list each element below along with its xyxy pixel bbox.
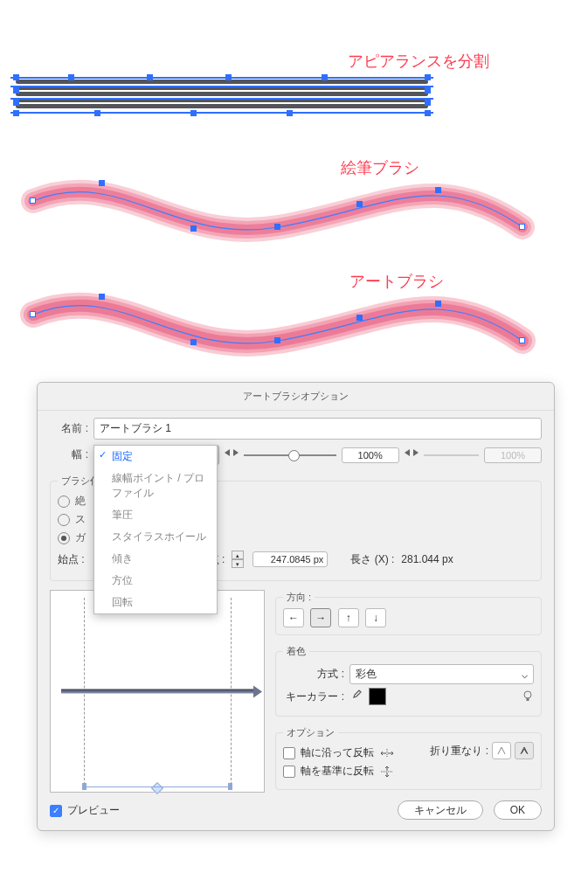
width-option-bearing[interactable]: 方位: [94, 570, 217, 592]
width-option-stylus-wheel[interactable]: スタイラスホイール: [94, 526, 217, 548]
check-icon: ✓: [99, 449, 107, 461]
width-option-pressure[interactable]: 筆圧: [94, 504, 217, 526]
width-label: 幅 :: [50, 447, 93, 462]
flip-across-checkbox[interactable]: [283, 766, 295, 778]
direction-left-button[interactable]: ←: [283, 608, 304, 627]
name-input[interactable]: アートブラシ 1: [93, 418, 542, 440]
width-slider[interactable]: [244, 454, 336, 456]
width-option-fixed[interactable]: ✓ 固定: [94, 446, 217, 468]
direction-right-button[interactable]: →: [310, 608, 331, 627]
art-brush-options-dialog: アートブラシオプション 名前 : アートブラシ 1 幅 : 固定 ⌵ ✓ 固定 …: [37, 382, 555, 831]
brush-preview: [50, 590, 265, 793]
end-input[interactable]: 247.0845 px: [252, 551, 328, 567]
flip-icon-right: [405, 449, 419, 461]
flip-along-label: 軸に沿って反転: [301, 745, 374, 760]
preview-label: プレビュー: [67, 803, 120, 818]
overlap-on-button[interactable]: [515, 742, 534, 759]
overlap-off-button[interactable]: [492, 742, 511, 759]
width-option-tilt[interactable]: 傾き: [94, 548, 217, 570]
keycolor-label: キーカラー :: [283, 689, 344, 704]
colorization-label: 着色: [283, 645, 309, 658]
overlap-label: 折り重なり :: [430, 744, 488, 759]
width-mode-dropdown: ✓ 固定 線幅ポイント / プロファイル 筆圧 スタイラスホイール 傾き 方位 …: [93, 445, 218, 614]
expanded-stroke-sample: [16, 77, 428, 116]
preview-checkbox[interactable]: [50, 805, 62, 817]
dialog-title: アートブラシオプション: [38, 383, 554, 411]
direction-up-button[interactable]: ↑: [338, 608, 359, 627]
length-value: 281.044 px: [401, 553, 453, 565]
method-label: 方式 :: [283, 667, 344, 682]
cancel-button[interactable]: キャンセル: [398, 800, 483, 820]
width-option-rotation[interactable]: 回転: [94, 592, 217, 613]
svg-rect-1: [527, 698, 529, 701]
direction-label: 方向 :: [283, 591, 315, 604]
name-label: 名前 :: [50, 421, 93, 436]
flip-across-icon: [379, 766, 395, 778]
keycolor-swatch[interactable]: [369, 688, 386, 705]
direction-down-button[interactable]: ↓: [365, 608, 386, 627]
options-label: オプション: [283, 726, 338, 739]
length-label: 長さ (X) :: [350, 552, 394, 567]
annotation-expand-appearance: アピアランスを分割: [348, 51, 489, 72]
chevron-down-icon: ⌵: [522, 669, 528, 681]
bristle-brush-sample: [16, 175, 549, 271]
ok-button[interactable]: OK: [494, 800, 542, 820]
svg-point-0: [524, 691, 531, 698]
start-label: 始点 :: [58, 552, 85, 567]
canvas-area: アピアランスを分割 絵筆ブラシ アートブラシ: [0, 0, 588, 376]
width-option-profile[interactable]: 線幅ポイント / プロファイル: [94, 468, 217, 504]
art-brush-sample: [16, 288, 549, 385]
colorization-method-select[interactable]: 彩色 ⌵: [349, 664, 534, 684]
tip-icon[interactable]: [522, 690, 534, 703]
end-stepper[interactable]: ▴▾: [232, 551, 244, 568]
flip-icon-left: [225, 449, 239, 461]
width-percent-disabled: 100%: [484, 447, 542, 463]
flip-along-icon: [379, 747, 395, 759]
width-percent-input[interactable]: 100%: [342, 447, 399, 463]
eyedropper-icon[interactable]: [349, 689, 363, 703]
flip-across-label: 軸を基準に反転: [301, 764, 374, 779]
flip-along-checkbox[interactable]: [283, 747, 295, 759]
